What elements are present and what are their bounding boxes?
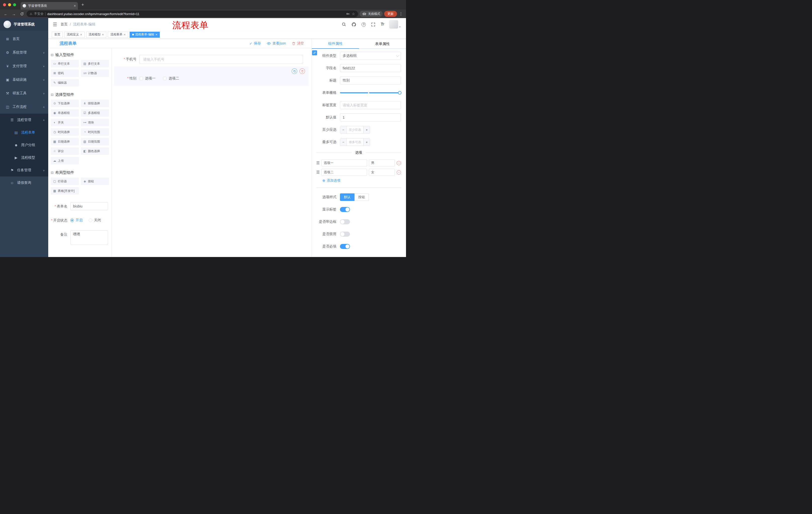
component-chip-editor[interactable]: ✎编辑器 bbox=[51, 79, 79, 86]
forward-button[interactable]: → bbox=[10, 10, 17, 17]
tag-process-form-edit[interactable]: 流程表单-编辑 × bbox=[129, 32, 160, 38]
slider-handle[interactable] bbox=[398, 91, 402, 94]
min-select-input[interactable] bbox=[347, 126, 363, 133]
clear-button[interactable]: 清空 bbox=[292, 41, 304, 46]
tab-close-icon[interactable]: × bbox=[74, 4, 76, 7]
bookmark-star-icon[interactable]: ☆ bbox=[352, 12, 355, 16]
remove-option-button[interactable]: − bbox=[397, 161, 401, 165]
max-select-input[interactable] bbox=[347, 139, 363, 145]
add-option-link[interactable]: ⊕ 添加选项 bbox=[322, 178, 401, 183]
search-icon[interactable] bbox=[342, 22, 346, 27]
update-button[interactable]: 更新 bbox=[384, 11, 397, 17]
sidebar-item-infrastructure[interactable]: ▣ 基础设施 ∨ bbox=[0, 73, 48, 86]
increase-button[interactable]: + bbox=[363, 126, 370, 133]
tag-process-form[interactable]: 流程表单 × bbox=[108, 32, 128, 38]
decrease-button[interactable]: − bbox=[340, 139, 347, 145]
component-chip-slider[interactable]: ⊶滑块 bbox=[81, 119, 109, 126]
component-chip-multi-line-text[interactable]: ▤多行文本 bbox=[81, 60, 109, 67]
component-chip-time-range[interactable]: ◔时间范围 bbox=[81, 128, 109, 136]
sidebar-item-user-group[interactable]: ☻ 用户分组 bbox=[0, 139, 48, 152]
sidebar-toggle-icon[interactable]: ☰ bbox=[48, 22, 61, 27]
component-chip-date-range[interactable]: ▧日期范围 bbox=[81, 138, 109, 145]
remove-option-button[interactable]: − bbox=[397, 170, 401, 174]
component-chip-checkbox-group[interactable]: ☑多选框组 bbox=[81, 109, 109, 117]
tab-component-props[interactable]: 组件属性 bbox=[312, 39, 359, 49]
component-chip-single-line-text[interactable]: ▭单行文本 bbox=[51, 60, 79, 67]
tag-close-icon[interactable]: × bbox=[102, 33, 104, 36]
sidebar-item-devtools[interactable]: ⚒ 研发工具 ∨ bbox=[0, 86, 48, 100]
component-chip-time-picker[interactable]: ◷时间选择 bbox=[51, 128, 79, 136]
option-value-input[interactable] bbox=[369, 159, 395, 166]
status-on-radio[interactable]: 开启 bbox=[70, 218, 83, 222]
back-button[interactable]: ← bbox=[2, 10, 9, 17]
component-chip-select[interactable]: ⊙下拉选择 bbox=[51, 100, 79, 107]
title-input[interactable] bbox=[340, 77, 401, 84]
copy-widget-button[interactable] bbox=[292, 69, 297, 74]
sidebar-item-process-management[interactable]: ☰ 流程管理 ∧ bbox=[0, 114, 48, 126]
default-value-input[interactable] bbox=[340, 113, 401, 121]
tag-process-definition[interactable]: 流程定义 × bbox=[64, 32, 85, 38]
sidebar-item-task-management[interactable]: ⚑ 任务管理 ∨ bbox=[0, 164, 48, 177]
sidebar-item-process-model[interactable]: ▶ 流程模型 bbox=[0, 152, 48, 164]
tab-form-props[interactable]: 表单属性 bbox=[359, 39, 406, 49]
status-off-radio[interactable]: 关闭 bbox=[89, 218, 101, 222]
option-label-input[interactable] bbox=[321, 169, 367, 176]
label-width-input[interactable] bbox=[340, 101, 401, 109]
form-grid-slider[interactable] bbox=[340, 89, 401, 97]
window-minimize-button[interactable] bbox=[8, 3, 11, 6]
component-chip-cascader[interactable]: ⋔级联选择 bbox=[81, 100, 109, 107]
reload-button[interactable] bbox=[19, 10, 25, 17]
component-chip-button[interactable]: ◈按钮 bbox=[81, 178, 109, 185]
font-size-icon[interactable]: TT bbox=[381, 22, 384, 27]
form-canvas[interactable]: *手机号 bbox=[112, 48, 312, 257]
tag-process-model[interactable]: 流程模型 × bbox=[86, 32, 107, 38]
tag-close-icon[interactable]: × bbox=[155, 33, 157, 36]
border-switch[interactable] bbox=[340, 219, 350, 224]
component-chip-color-picker[interactable]: ◧颜色选择 bbox=[81, 147, 109, 155]
tag-home[interactable]: 首页 bbox=[52, 32, 63, 38]
component-chip-radio-group[interactable]: ◉单选框组 bbox=[51, 109, 79, 117]
checkbox-option-1[interactable]: 选项一 bbox=[140, 76, 155, 81]
save-button[interactable]: ✓ 保存 bbox=[250, 41, 261, 46]
increase-button[interactable]: + bbox=[363, 139, 370, 145]
browser-menu-icon[interactable]: ⋮ bbox=[399, 11, 404, 16]
component-chip-date-picker[interactable]: ▦日期选择 bbox=[51, 138, 79, 145]
new-tab-button[interactable]: + bbox=[81, 2, 84, 7]
checkbox-option-2[interactable]: 选项二 bbox=[163, 76, 179, 81]
component-chip-counter[interactable]: 123计数器 bbox=[81, 70, 109, 77]
remark-textarea[interactable]: 嘿嘿 bbox=[70, 231, 108, 245]
delete-widget-button[interactable] bbox=[299, 69, 305, 74]
component-chip-table[interactable]: ▩表格[开发中] bbox=[51, 187, 79, 195]
field-name-input[interactable] bbox=[340, 64, 401, 72]
drag-handle-icon[interactable]: ☰ bbox=[316, 161, 320, 165]
sidebar-logo-row[interactable]: 芋道管理系统 bbox=[0, 18, 48, 31]
selected-widget-gender[interactable]: *性别 选项一 选项二 bbox=[114, 66, 309, 86]
phone-input[interactable] bbox=[140, 55, 303, 64]
sidebar-item-leave-query[interactable]: ☺ 请假查询 bbox=[0, 177, 48, 189]
view-json-button[interactable]: 查看json bbox=[267, 41, 286, 46]
component-chip-row-container[interactable]: ▢行容器 bbox=[51, 178, 79, 185]
component-chip-switch[interactable]: ◐开关 bbox=[51, 119, 79, 126]
component-chip-rate[interactable]: ☆评分 bbox=[51, 147, 79, 155]
sidebar-item-process-form[interactable]: ▤ 流程表单 bbox=[0, 126, 48, 139]
github-icon[interactable] bbox=[351, 22, 356, 27]
sidebar-item-workflow[interactable]: ◫ 工作流程 ∧ bbox=[0, 100, 48, 114]
required-switch[interactable] bbox=[340, 244, 350, 249]
decrease-button[interactable]: − bbox=[340, 126, 347, 133]
form-name-input[interactable] bbox=[70, 202, 108, 210]
browser-tab[interactable]: 芋道管理系统 × bbox=[21, 2, 78, 9]
window-close-button[interactable] bbox=[3, 3, 6, 6]
tag-close-icon[interactable]: × bbox=[80, 33, 82, 36]
breadcrumb-home[interactable]: 首页 bbox=[61, 22, 67, 27]
link-icon[interactable] bbox=[312, 50, 317, 55]
option-style-default-button[interactable]: 默认 bbox=[340, 193, 354, 201]
window-zoom-button[interactable] bbox=[13, 3, 16, 6]
address-bar[interactable]: ⚠ 不安全 dashboard.yudao.iocoder.cn/bpm/man… bbox=[27, 10, 358, 17]
user-menu[interactable]: ▾ bbox=[389, 20, 401, 29]
sidebar-item-home[interactable]: ⊞ 首页 bbox=[0, 32, 48, 46]
phone-field[interactable]: *手机号 bbox=[114, 55, 303, 64]
disabled-switch[interactable] bbox=[340, 232, 350, 237]
password-key-icon[interactable] bbox=[346, 12, 350, 16]
tag-close-icon[interactable]: × bbox=[124, 33, 126, 36]
option-label-input[interactable] bbox=[321, 159, 367, 166]
